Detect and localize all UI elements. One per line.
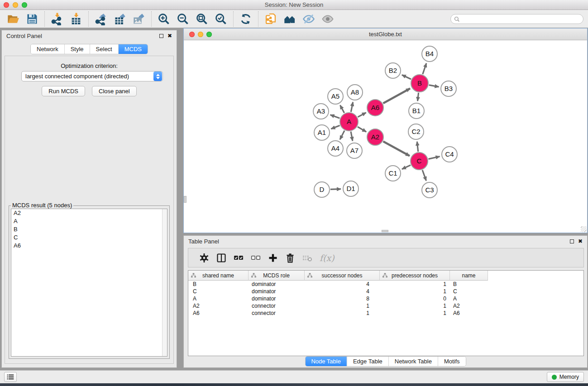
delete-column-button[interactable] [282,250,298,266]
mcds-result-item[interactable]: A [11,217,167,225]
minimize-network-button[interactable] [198,32,203,37]
add-column-button[interactable] [265,250,281,266]
edge-A2-C[interactable] [383,142,410,156]
column-header-predecessor-nodes[interactable]: predecessor nodes [380,271,450,281]
table-row[interactable]: Cdominator41C [188,288,583,295]
mcds-result-item[interactable]: A6 [11,242,167,250]
run-mcds-button[interactable]: Run MCDS [42,86,85,96]
hide-panel-button[interactable] [301,12,316,26]
float-table-panel-icon[interactable] [570,239,574,243]
tab-select[interactable]: Select [90,44,118,54]
column-header-name[interactable]: name [450,271,488,281]
edge-A-A4[interactable] [340,131,344,140]
tab-node-table[interactable]: Node Table [305,357,347,366]
dropdown-stepper-icon [153,71,162,81]
select-all-button[interactable] [231,250,246,266]
zoom-network-button[interactable] [206,32,212,37]
export-table-button[interactable] [112,12,128,26]
close-network-button[interactable] [189,32,195,37]
mcds-result-list: A2ABCA6 [11,209,167,357]
home-button[interactable] [282,12,297,26]
edge-C-C2[interactable] [417,142,418,152]
edge-A-A5[interactable] [340,105,344,113]
memory-button[interactable]: Memory [547,372,584,382]
export-image-button[interactable] [131,12,147,26]
edge-B-B2[interactable] [402,75,411,79]
tab-motifs[interactable]: Motifs [438,357,466,366]
edge-C-C4[interactable] [428,157,440,159]
edge-A-A2[interactable] [358,127,366,132]
table-row[interactable]: A6connector11A6 [188,310,583,317]
edge-A-A7[interactable] [351,132,353,141]
search-input[interactable] [462,16,583,22]
tab-network[interactable]: Network [31,44,64,54]
import-table-button[interactable] [68,12,84,26]
network-window-controls [189,32,212,37]
table-options-button[interactable] [196,250,212,266]
zoom-window-button[interactable] [22,2,27,8]
control-panel: Control Panel ✖ NetworkStyleSelectMCDS O… [1,30,177,368]
search-field[interactable] [450,14,583,24]
delete-table-button[interactable] [300,250,315,266]
edge-A-A1[interactable] [331,125,339,129]
close-panel-button[interactable]: Close panel [92,86,137,96]
float-panel-icon[interactable] [159,34,163,38]
tab-style[interactable]: Style [64,44,90,54]
export-network-button[interactable] [93,12,109,26]
deselect-all-button[interactable] [248,250,263,266]
mcds-result-item[interactable]: B [11,225,167,234]
zoom-out-button[interactable] [175,12,191,26]
edge-A-A8[interactable] [351,102,353,112]
close-panel-icon[interactable]: ✖ [167,34,172,38]
tab-network-table[interactable]: Network Table [388,357,438,366]
optimization-criterion-select[interactable]: largest connected component (directed) [21,71,163,81]
close-window-button[interactable] [4,2,9,8]
vertical-scroll-indicator[interactable] [184,196,186,203]
edge-B-B4[interactable] [423,63,426,74]
network-window-titlebar[interactable]: testGlobe.txt [184,29,587,40]
save-session-button[interactable] [24,12,40,26]
edge-B-B3[interactable] [429,85,439,87]
mcds-result-item[interactable]: C [11,234,167,242]
tab-edge-table[interactable]: Edge Table [347,357,388,366]
import-network-button[interactable] [49,12,65,26]
column-header-MCDS-role[interactable]: MCDS role [249,271,305,281]
show-columns-button[interactable] [214,250,229,266]
table-header-row: shared nameMCDS rolesuccessor nodesprede… [188,271,583,281]
function-builder-button[interactable]: f(x) [320,253,335,263]
open-folder-icon [7,13,19,25]
minimize-window-button[interactable] [13,2,18,8]
refresh-view-button[interactable] [238,12,253,26]
table-panel: Table Panel ✖ [183,235,588,368]
table-row[interactable]: A2connector11A2 [188,302,583,310]
zoom-fit-button[interactable] [194,12,210,26]
list-scrollbar[interactable] [162,209,167,356]
table-row[interactable]: Adominator80A [188,295,583,302]
edge-D-D1[interactable] [330,189,341,190]
column-header-shared-name[interactable]: shared name [188,271,249,281]
horizontal-scroll-indicator[interactable] [382,230,388,232]
edge-C-C1[interactable] [402,165,411,169]
task-history-button[interactable] [4,372,17,382]
edge-A6-B[interactable] [383,89,410,104]
copy-network-button[interactable] [263,12,278,26]
edge-B-B1[interactable] [418,93,419,101]
show-eye-button[interactable] [320,12,335,26]
mcds-result-item[interactable]: A2 [11,209,167,217]
edge-A-A3[interactable] [330,115,340,119]
open-session-button[interactable] [5,12,21,26]
zoom-selected-button[interactable] [213,12,229,26]
close-table-panel-icon[interactable]: ✖ [578,239,583,243]
toolbar-separator [44,11,45,27]
edge-A-A6[interactable] [358,113,366,117]
table-row[interactable]: Bdominator41B [188,281,583,288]
network-view-window: testGlobe.txt AA2A6BCA1A3A4A5A7A8B1B2B3B… [183,28,588,233]
column-header-successor-nodes[interactable]: successor nodes [305,271,380,281]
edge-C-C3[interactable] [422,170,426,181]
zoom-in-button[interactable] [156,12,172,26]
tab-mcds[interactable]: MCDS [118,44,148,54]
node-label-A1: A1 [318,129,326,136]
network-canvas[interactable]: AA2A6BCA1A3A4A5A7A8B1B2B3B4C1C2C3C4DD1 [184,40,587,233]
gear-icon [199,253,210,263]
resize-grip[interactable] [581,226,587,232]
